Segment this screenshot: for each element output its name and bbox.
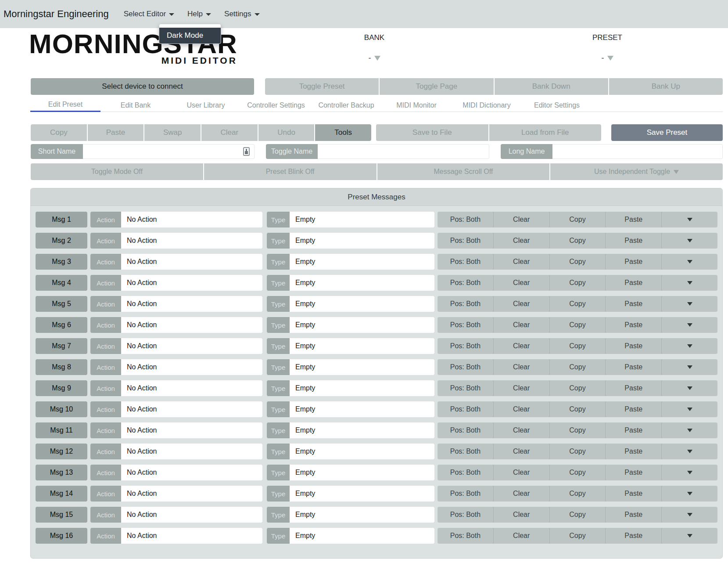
message-number-button[interactable]: Msg 7 xyxy=(36,338,87,354)
action-select[interactable]: No Action xyxy=(121,401,262,417)
pos-both-button[interactable]: Pos: Both xyxy=(438,212,494,227)
message-number-button[interactable]: Msg 1 xyxy=(36,212,87,227)
clear-preset-button[interactable]: Clear xyxy=(201,124,258,141)
paste-message-button[interactable]: Paste xyxy=(606,486,662,502)
save-preset-button[interactable]: Save Preset xyxy=(611,124,723,141)
type-select[interactable]: Empty xyxy=(290,401,434,417)
tab-midi-monitor[interactable]: MIDI Monitor xyxy=(381,98,452,112)
tools-button[interactable]: Tools xyxy=(315,124,371,141)
clear-message-button[interactable]: Clear xyxy=(494,233,550,249)
message-number-button[interactable]: Msg 11 xyxy=(36,422,87,438)
expand-message-button[interactable] xyxy=(662,422,717,438)
expand-message-button[interactable] xyxy=(662,507,717,523)
paste-message-button[interactable]: Paste xyxy=(606,465,662,480)
action-select[interactable]: No Action xyxy=(121,275,262,291)
tab-midi-dictionary[interactable]: MIDI Dictionary xyxy=(452,98,522,112)
expand-message-button[interactable] xyxy=(662,486,717,502)
tab-edit-preset[interactable]: Edit Preset xyxy=(30,98,100,112)
tab-user-library[interactable]: User Library xyxy=(171,98,241,112)
pos-both-button[interactable]: Pos: Both xyxy=(438,296,494,312)
copy-message-button[interactable]: Copy xyxy=(550,317,606,333)
save-to-file-button[interactable]: Save to File xyxy=(376,124,489,141)
action-select[interactable]: No Action xyxy=(121,212,262,227)
clear-message-button[interactable]: Clear xyxy=(494,465,550,480)
pos-both-button[interactable]: Pos: Both xyxy=(438,444,494,459)
copy-message-button[interactable]: Copy xyxy=(550,486,606,502)
message-number-button[interactable]: Msg 16 xyxy=(36,528,87,544)
load-from-file-button[interactable]: Load from File xyxy=(489,124,602,141)
message-number-button[interactable]: Msg 4 xyxy=(36,275,87,291)
pos-both-button[interactable]: Pos: Both xyxy=(438,486,494,502)
clear-message-button[interactable]: Clear xyxy=(494,380,550,396)
copy-message-button[interactable]: Copy xyxy=(550,233,606,249)
paste-message-button[interactable]: Paste xyxy=(606,422,662,438)
preset-blink-button[interactable]: Preset Blink Off xyxy=(204,163,377,180)
action-select[interactable]: No Action xyxy=(121,296,262,312)
pos-both-button[interactable]: Pos: Both xyxy=(438,317,494,333)
clear-message-button[interactable]: Clear xyxy=(494,401,550,417)
paste-message-button[interactable]: Paste xyxy=(606,507,662,523)
paste-message-button[interactable]: Paste xyxy=(606,233,662,249)
type-select[interactable]: Empty xyxy=(290,359,434,375)
tab-controller-backup[interactable]: Controller Backup xyxy=(311,98,381,112)
paste-message-button[interactable]: Paste xyxy=(606,275,662,291)
pos-both-button[interactable]: Pos: Both xyxy=(438,338,494,354)
expand-message-button[interactable] xyxy=(662,212,717,227)
copy-message-button[interactable]: Copy xyxy=(550,254,606,270)
message-number-button[interactable]: Msg 5 xyxy=(36,296,87,312)
short-name-input[interactable] xyxy=(83,144,255,159)
paste-message-button[interactable]: Paste xyxy=(606,317,662,333)
copy-message-button[interactable]: Copy xyxy=(550,380,606,396)
clear-message-button[interactable]: Clear xyxy=(494,254,550,270)
action-select[interactable]: No Action xyxy=(121,233,262,249)
message-number-button[interactable]: Msg 3 xyxy=(36,254,87,270)
paste-message-button[interactable]: Paste xyxy=(606,212,662,227)
type-select[interactable]: Empty xyxy=(290,233,434,249)
copy-message-button[interactable]: Copy xyxy=(550,507,606,523)
clear-message-button[interactable]: Clear xyxy=(494,507,550,523)
copy-message-button[interactable]: Copy xyxy=(550,528,606,544)
message-number-button[interactable]: Msg 10 xyxy=(36,401,87,417)
clear-message-button[interactable]: Clear xyxy=(494,528,550,544)
pos-both-button[interactable]: Pos: Both xyxy=(438,507,494,523)
undo-button[interactable]: Undo xyxy=(258,124,316,141)
expand-message-button[interactable] xyxy=(662,254,717,270)
copy-message-button[interactable]: Copy xyxy=(550,465,606,480)
pos-both-button[interactable]: Pos: Both xyxy=(438,233,494,249)
dark-mode-menu-item[interactable]: Dark Mode xyxy=(159,28,221,43)
pos-both-button[interactable]: Pos: Both xyxy=(438,422,494,438)
long-name-input[interactable] xyxy=(552,144,723,159)
pos-both-button[interactable]: Pos: Both xyxy=(438,528,494,544)
type-select[interactable]: Empty xyxy=(290,380,434,396)
message-number-button[interactable]: Msg 14 xyxy=(36,486,87,502)
type-select[interactable]: Empty xyxy=(290,465,434,480)
type-select[interactable]: Empty xyxy=(290,212,434,227)
copy-message-button[interactable]: Copy xyxy=(550,296,606,312)
clear-message-button[interactable]: Clear xyxy=(494,275,550,291)
action-select[interactable]: No Action xyxy=(121,338,262,354)
menu-settings[interactable]: Settings xyxy=(224,10,259,18)
tab-controller-settings[interactable]: Controller Settings xyxy=(241,98,311,112)
tab-edit-bank[interactable]: Edit Bank xyxy=(100,98,171,112)
paste-message-button[interactable]: Paste xyxy=(606,359,662,375)
message-scroll-button[interactable]: Message Scroll Off xyxy=(377,163,551,180)
message-number-button[interactable]: Msg 2 xyxy=(36,233,87,249)
type-select[interactable]: Empty xyxy=(290,254,434,270)
expand-message-button[interactable] xyxy=(662,465,717,480)
copy-message-button[interactable]: Copy xyxy=(550,212,606,227)
expand-message-button[interactable] xyxy=(662,317,717,333)
connect-device-button[interactable]: Select device to connect xyxy=(31,78,254,95)
keyboard-icon[interactable] xyxy=(243,147,250,156)
action-select[interactable]: No Action xyxy=(121,380,262,396)
paste-message-button[interactable]: Paste xyxy=(606,296,662,312)
action-select[interactable]: No Action xyxy=(121,359,262,375)
paste-message-button[interactable]: Paste xyxy=(606,444,662,459)
paste-message-button[interactable]: Paste xyxy=(606,254,662,270)
copy-message-button[interactable]: Copy xyxy=(550,338,606,354)
paste-message-button[interactable]: Paste xyxy=(606,401,662,417)
action-select[interactable]: No Action xyxy=(121,465,262,480)
expand-message-button[interactable] xyxy=(662,275,717,291)
bank-dropdown[interactable]: - xyxy=(369,54,380,63)
pos-both-button[interactable]: Pos: Both xyxy=(438,465,494,480)
expand-message-button[interactable] xyxy=(662,233,717,249)
